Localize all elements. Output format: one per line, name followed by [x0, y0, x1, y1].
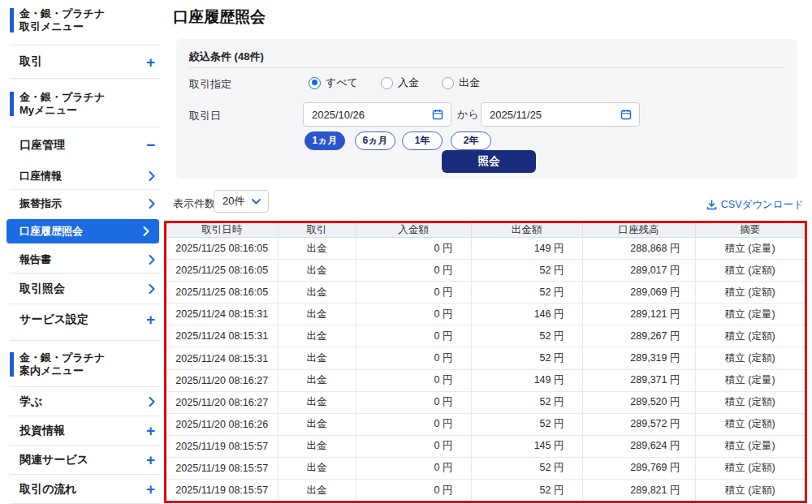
cell-withdrawal: 145 円: [471, 435, 582, 457]
sidebar-item-transfer-instruction[interactable]: 振替指示: [0, 190, 166, 217]
sidebar-header-line: Myメニュー: [19, 104, 166, 117]
table-body: 2025/11/25 08:16:05 出金 0 円 149 円 288,868…: [166, 238, 805, 502]
page-size-select[interactable]: 20件: [214, 190, 269, 213]
radio-unselected-icon[interactable]: [381, 77, 393, 89]
table-row: 2025/11/20 08:16:26 出金 0 円 52 円 289,572 …: [166, 413, 805, 435]
sidebar-item-investment-info[interactable]: 投資情報 +: [0, 416, 166, 445]
radio-option-withdrawal[interactable]: 出金: [442, 75, 480, 90]
sidebar-item-label: 取引の流れ: [19, 482, 77, 497]
calendar-icon[interactable]: [620, 109, 632, 120]
cell-balance: 288,868 円: [582, 238, 695, 260]
sidebar-item-related-services[interactable]: 関連サービス +: [0, 446, 166, 474]
cell-balance: 289,821 円: [582, 480, 695, 501]
date-from-value: 2025/10/26: [312, 109, 365, 121]
chevron-right-icon: [143, 226, 149, 236]
sidebar-header-line: 案内メニュー: [19, 364, 166, 377]
col-header-balance: 口座残高: [582, 223, 695, 238]
cell-deposit: 0 円: [356, 369, 471, 391]
sidebar-item-label: 振替指示: [19, 196, 62, 211]
page-title: 口座履歴照会: [173, 6, 266, 28]
cell-note: 積立 (定量): [695, 369, 805, 391]
cell-withdrawal: 52 円: [471, 480, 582, 501]
sidebar: 金・銀・プラチナ 取引メニュー 取引 + 金・銀・プラチナ Myメニュー 口座管…: [0, 0, 166, 504]
cell-type: 出金: [278, 391, 356, 413]
radio-selected-icon[interactable]: [309, 77, 321, 89]
sidebar-item-label: 学ぶ: [19, 394, 42, 409]
sidebar-item-label: 取引: [19, 54, 42, 69]
cell-datetime: 2025/11/24 08:15:31: [166, 325, 278, 347]
query-button[interactable]: 照会: [442, 150, 536, 173]
table-row: 2025/11/24 08:15:31 出金 0 円 52 円 289,319 …: [166, 347, 805, 369]
date-to-input[interactable]: 2025/11/25: [481, 102, 640, 127]
cell-withdrawal: 52 円: [471, 391, 582, 413]
chevron-down-icon: [252, 199, 261, 205]
cell-type: 出金: [278, 282, 356, 304]
range-pill-2years[interactable]: 2年: [451, 131, 491, 150]
col-header-deposit: 入金額: [356, 223, 471, 238]
table-row: 2025/11/20 08:16:27 出金 0 円 52 円 289,520 …: [166, 391, 805, 413]
page-size-label: 表示件数: [173, 196, 215, 211]
date-from-input[interactable]: 2025/10/26: [303, 102, 451, 127]
sidebar-item-trade[interactable]: 取引 +: [0, 45, 166, 78]
sidebar-item-account-info[interactable]: 口座情報: [0, 162, 166, 189]
cell-withdrawal: 52 円: [471, 413, 582, 435]
table-row: 2025/11/24 08:15:31 出金 0 円 146 円 289,121…: [166, 304, 805, 325]
cell-deposit: 0 円: [356, 260, 471, 282]
cell-type: 出金: [278, 304, 356, 325]
sidebar-item-label: 口座情報: [19, 169, 62, 183]
chevron-right-icon: [149, 171, 155, 181]
table-row: 2025/11/24 08:15:31 出金 0 円 52 円 289,267 …: [166, 325, 805, 347]
cell-balance: 289,769 円: [582, 457, 695, 479]
sidebar-item-account-management[interactable]: 口座管理 −: [0, 127, 166, 162]
cell-note: 積立 (定額): [695, 480, 805, 501]
radio-unselected-icon[interactable]: [442, 77, 454, 89]
cell-balance: 289,121 円: [582, 304, 695, 325]
cell-datetime: 2025/11/24 08:15:31: [166, 304, 278, 325]
cell-withdrawal: 149 円: [471, 369, 582, 391]
cell-note: 積立 (定量): [695, 435, 805, 457]
chevron-right-icon: [149, 397, 155, 407]
calendar-icon[interactable]: [432, 109, 443, 120]
divider: [10, 78, 160, 79]
chevron-right-icon: [149, 255, 155, 265]
download-icon: [706, 200, 717, 210]
minus-icon: −: [146, 137, 155, 153]
cell-deposit: 0 円: [356, 480, 471, 501]
col-header-datetime: 取引日時: [166, 223, 278, 238]
sidebar-item-trade-flow[interactable]: 取引の流れ +: [0, 475, 166, 503]
chevron-right-icon: [149, 199, 155, 209]
sidebar-item-label: 口座履歴照会: [19, 224, 83, 239]
sidebar-item-trade-inquiry[interactable]: 取引照会: [0, 274, 166, 304]
cell-type: 出金: [278, 480, 356, 501]
cell-balance: 289,017 円: [582, 260, 695, 282]
account-history-table: 取引日時 取引 入金額 出金額 口座残高 摘要 2025/11/25 08:16…: [166, 223, 805, 501]
cell-balance: 289,319 円: [582, 347, 695, 369]
radio-option-deposit[interactable]: 入金: [381, 75, 419, 90]
range-pill-1year[interactable]: 1年: [402, 131, 443, 150]
cell-note: 積立 (定額): [695, 260, 805, 282]
radio-option-all[interactable]: すべて: [309, 75, 358, 90]
cell-type: 出金: [278, 435, 356, 457]
csv-download-link[interactable]: CSVダウンロード: [706, 198, 804, 212]
sidebar-item-learn[interactable]: 学ぶ: [0, 387, 166, 416]
cell-datetime: 2025/11/25 08:16:05: [166, 282, 278, 304]
cell-deposit: 0 円: [356, 457, 471, 479]
transaction-type-label: 取引指定: [189, 77, 231, 92]
sidebar-item-account-history[interactable]: 口座履歴照会: [6, 219, 159, 243]
range-pill-1month[interactable]: 1ヵ月: [304, 131, 345, 150]
range-pill-6months[interactable]: 6ヵ月: [355, 131, 395, 150]
plus-icon: +: [146, 423, 155, 438]
plus-icon: +: [146, 452, 155, 467]
cell-type: 出金: [278, 260, 356, 282]
filter-panel: 絞込条件 (48件) 取引指定 すべて 入金 出金 取引日 2025/10/26…: [176, 39, 797, 179]
sidebar-item-reports[interactable]: 報告書: [0, 246, 166, 273]
table-row: 2025/11/25 08:16:05 出金 0 円 52 円 289,069 …: [166, 282, 805, 304]
cell-balance: 289,069 円: [582, 282, 695, 304]
cell-deposit: 0 円: [356, 304, 471, 325]
sidebar-item-label: 口座管理: [19, 138, 65, 153]
sidebar-item-service-settings[interactable]: サービス設定 +: [0, 304, 166, 334]
cell-datetime: 2025/11/25 08:16:05: [166, 238, 278, 260]
filter-panel-title: 絞込条件 (48件): [189, 50, 264, 64]
cell-withdrawal: 52 円: [471, 325, 582, 347]
cell-note: 積立 (定額): [695, 325, 805, 347]
